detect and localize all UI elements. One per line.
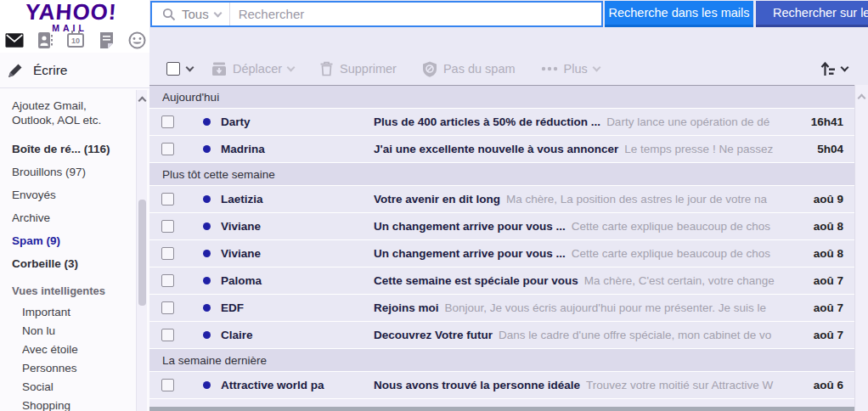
- search-mail-button[interactable]: Recherche dans les mails: [605, 1, 753, 27]
- search-web-button[interactable]: Rechercher sur le Web: [756, 1, 868, 27]
- more-chevron-icon: [592, 64, 600, 72]
- add-accounts-line2: Outlook, AOL etc.: [12, 114, 101, 127]
- scroll-up-icon[interactable]: [138, 97, 147, 105]
- row-checkbox[interactable]: [161, 193, 174, 206]
- mail-date: aoû 9: [791, 193, 843, 206]
- notepad-icon[interactable]: [97, 31, 116, 49]
- mail-date: aoû 7: [791, 274, 843, 287]
- smart-view-important[interactable]: Important: [12, 303, 134, 322]
- row-checkbox[interactable]: [161, 220, 174, 233]
- contacts-icon[interactable]: [36, 31, 54, 49]
- messenger-icon[interactable]: [127, 31, 146, 49]
- not-spam-button[interactable]: Pas du spam: [422, 61, 516, 77]
- mail-date: aoû 6: [791, 379, 843, 391]
- mail-subject-wrap: Plus de 400 articles à 50% de réduction …: [374, 115, 786, 128]
- sidebar-scrollbar-thumb[interactable]: [138, 200, 146, 306]
- mail-preview: Trouvez votre moitié sur Attractive W: [586, 379, 773, 391]
- mail-preview: Darty lance une opération de dé: [606, 115, 769, 128]
- sidebar-scrollbar[interactable]: [136, 90, 147, 411]
- folder-trash[interactable]: Corbeille (3): [12, 252, 134, 275]
- row-checkbox[interactable]: [161, 274, 174, 287]
- smart-view-social[interactable]: Social: [12, 378, 134, 397]
- smart-view-unread[interactable]: Non lu: [12, 322, 134, 341]
- mail-preview: Ma chère, C'est certain, votre change: [584, 274, 775, 287]
- mail-pane: Déplacer Supprimer Pas du spam Plus Aujo…: [149, 53, 868, 411]
- mail-row[interactable]: Attractive world pa Nous avons trouvé la…: [149, 372, 854, 399]
- mail-row[interactable]: Madrina J'ai une excellente nouvelle à v…: [149, 136, 854, 163]
- list-section-header: Plus tôt cette semaine: [149, 163, 854, 186]
- mail-subject: Plus de 400 articles à 50% de réduction …: [374, 115, 600, 128]
- unread-dot-icon[interactable]: [203, 304, 211, 312]
- add-accounts-link[interactable]: Ajoutez Gmail, Outlook, AOL etc.: [12, 99, 134, 127]
- search-scope-dropdown[interactable]: Tous: [152, 3, 229, 25]
- mail-date: 16h41: [791, 115, 843, 128]
- select-all-chevron-icon[interactable]: [186, 64, 194, 72]
- mail-row[interactable]: Viviane Un changement arrive pour vous .…: [149, 240, 854, 267]
- folder-inbox[interactable]: Boîte de ré... (116): [12, 138, 134, 160]
- delete-label: Supprimer: [340, 62, 397, 76]
- mail-row[interactable]: EDF Rejoins moiBonjour, Je vous écris au…: [149, 295, 854, 322]
- select-all-control[interactable]: [166, 62, 193, 76]
- more-button[interactable]: Plus: [541, 62, 600, 76]
- unread-dot-icon[interactable]: [203, 195, 211, 203]
- section-label: Aujourd'hui: [162, 91, 219, 104]
- search-scope-label: Tous: [182, 7, 209, 21]
- sort-control[interactable]: [820, 61, 848, 76]
- mail-sender: Viviane: [221, 247, 374, 260]
- calendar-icon[interactable]: 10: [66, 31, 85, 49]
- select-all-checkbox[interactable]: [166, 62, 180, 76]
- unread-dot-icon[interactable]: [203, 381, 211, 389]
- add-accounts-line1: Ajoutez Gmail,: [12, 99, 87, 112]
- mail-row[interactable]: Darty Plus de 400 articles à 50% de rédu…: [149, 109, 854, 136]
- folder-drafts[interactable]: Brouillons (97): [12, 160, 134, 183]
- row-checkbox[interactable]: [161, 301, 174, 314]
- row-checkbox[interactable]: [161, 329, 174, 341]
- unread-dot-icon[interactable]: [203, 145, 211, 153]
- shield-icon: [422, 61, 437, 77]
- unread-dot-icon[interactable]: [203, 250, 211, 257]
- section-label: La semaine dernière: [162, 354, 267, 367]
- chevron-down-icon: [213, 8, 222, 17]
- logo-text: YAHOO!: [25, 0, 115, 24]
- unread-dot-icon[interactable]: [203, 331, 211, 339]
- folder-archive[interactable]: Archive: [12, 206, 134, 229]
- smart-view-starred[interactable]: Avec étoile: [12, 341, 134, 359]
- mail-date: aoû 7: [791, 301, 843, 314]
- folder-sent[interactable]: Envoyés: [12, 183, 134, 206]
- compose-button[interactable]: Écrire: [0, 53, 149, 88]
- mail-subject: J'ai une excellente nouvelle à vous anno…: [374, 143, 618, 155]
- row-checkbox[interactable]: [161, 115, 174, 128]
- mail-row[interactable]: Paloma Cette semaine est spéciale pour v…: [149, 267, 854, 295]
- unread-dot-icon[interactable]: [203, 222, 211, 230]
- mail-sender: Claire: [221, 329, 374, 341]
- list-scroll-up-icon[interactable]: [858, 94, 866, 103]
- smart-views-list: Important Non lu Avec étoile Personnes S…: [12, 303, 134, 411]
- delete-button[interactable]: Supprimer: [319, 61, 397, 76]
- move-button[interactable]: Déplacer: [211, 61, 294, 76]
- list-scrollbar[interactable]: [854, 85, 868, 411]
- smart-view-people[interactable]: Personnes: [12, 359, 134, 378]
- mail-subject: Un changement arrive pour vous ...: [374, 247, 566, 260]
- row-checkbox[interactable]: [161, 247, 174, 260]
- mail-date: aoû 8: [791, 220, 843, 233]
- mail-date: aoû 8: [791, 247, 843, 260]
- mail-row[interactable]: Viviane Un changement arrive pour vous .…: [149, 213, 854, 240]
- move-icon: [211, 61, 227, 76]
- mail-row[interactable]: Laetizia Votre avenir en dit longMa chèr…: [149, 186, 854, 213]
- mail-sender: EDF: [221, 301, 374, 314]
- folder-spam[interactable]: Spam (9): [12, 229, 134, 252]
- mail-sender: Laetizia: [221, 193, 374, 206]
- unread-dot-icon[interactable]: [203, 277, 211, 284]
- mail-sender: Viviane: [221, 220, 374, 233]
- mail-sender: Paloma: [221, 274, 374, 287]
- yahoo-logo[interactable]: YAHOO! MAIL: [25, 0, 114, 32]
- mail-subject: Nous avons trouvé la personne idéale: [374, 379, 580, 391]
- unread-dot-icon[interactable]: [203, 118, 211, 126]
- mail-icon[interactable]: [5, 31, 24, 49]
- mail-row[interactable]: Claire Decouvrez Votre futurDans le cadr…: [149, 322, 854, 349]
- smart-view-shopping[interactable]: Shopping: [12, 397, 134, 411]
- row-checkbox[interactable]: [161, 143, 174, 155]
- search-input[interactable]: [230, 7, 601, 21]
- row-checkbox[interactable]: [161, 379, 174, 391]
- more-icon: [541, 66, 558, 71]
